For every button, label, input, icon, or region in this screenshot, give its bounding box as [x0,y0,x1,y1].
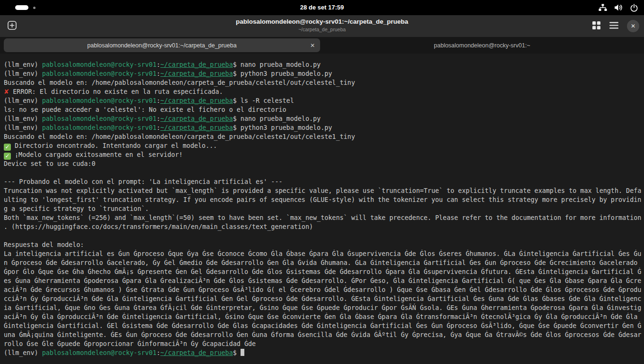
terminal-line: --- Probando el modelo con el prompt: 'L… [4,177,644,186]
terminal-line: cciÃ³n Ġy ĠproducciÃ³n Ġde Ġla Ġintelige… [4,294,644,303]
plus-square-icon [8,21,17,32]
terminal-line: (llm_env) pablosalomondeleon@rocky-srv01… [4,60,644,69]
terminal-line: aciÃ³n Ġy Ġla ĠproducciÃ³n Ġde Ġintelige… [4,312,644,321]
terminal-cursor [241,349,244,356]
terminal-line: Ġpor Ġlo Ġque Ġse Ġha Ġhecho ĠmÃ¡s Ġpres… [4,267,644,276]
close-icon: ✕ [631,23,635,29]
clock[interactable]: 28 de set 17:59 [0,0,644,15]
terminal-line: ls: no se puede acceder a 'celestel': No… [4,105,644,114]
terminal-line: (llm_env) pablosalomondeleon@rocky-srv01… [4,348,644,357]
terminal-line: rollo Ġse Ġle Ġpuede Ġproporcionar Ġinfo… [4,339,644,348]
tab-close-icon[interactable]: ✕ [310,42,315,49]
tab-overview-button[interactable] [592,21,601,32]
terminal-line [4,231,644,240]
terminal-line: (llm_env) pablosalomondeleon@rocky-srv01… [4,114,644,123]
terminal-line: Both `max_new_tokens` (=256) and `max_le… [4,213,644,222]
terminal-line: Truncation was not explicitly activated … [4,186,644,195]
new-tab-button[interactable] [6,20,18,32]
tab-label: pablosalomondeleon@rocky-srv01:~/carpeta… [87,42,236,49]
top-bar: 28 de set 17:59 [0,0,644,15]
window-close-button[interactable]: ✕ [627,20,639,32]
tab-label: pablosalomondeleon@rocky-srv01:~ [434,42,530,49]
tab-1[interactable]: pablosalomondeleon@rocky-srv01:~/carpeta… [4,38,320,52]
terminal-line: ✓ ¡Modelo cargado exitosamente en el ser… [4,150,644,159]
terminal-line: Ġinteligencia Ġartificial. ĠEl Ġsistema … [4,321,644,330]
terminal-line: g a specific strategy to `truncation`. [4,204,644,213]
wired-network-icon [599,4,607,11]
terminal-line: Respuesta del modelo: [4,240,644,249]
terminal-line: Buscando el modelo en: /home/pablosalomo… [4,132,644,141]
window-title: pablosalomondeleon@rocky-srv01:~/carpeta… [95,18,549,26]
terminal-line: ✓ Directorio encontrado. Intentando carg… [4,141,644,150]
terminal-line: ia Ġartificial, Ġque Ġno Ġes Ġuna Ġtarea… [4,303,644,312]
window-subtitle: ~/carpeta_de_prueba [95,27,549,32]
tab-2[interactable]: pablosalomondeleon@rocky-srv01:~ [324,38,640,52]
terminal-line: La inteligencia artificial es Ġun Ġproce… [4,249,644,258]
terminal-line: n Ġproceso Ġde Ġdesarrollo Ġacelerado, Ġ… [4,258,644,267]
volume-icon [614,4,623,11]
terminal-line: una ĠmÃ¡quina Ġinteligente. ĠEs Ġun Ġpro… [4,330,644,339]
terminal-line: (llm_env) pablosalomondeleon@rocky-srv01… [4,123,644,132]
power-icon [630,4,638,12]
terminal-line: es Ġuna Ġherramienta Ġpoderosa Ġpara Ġla… [4,276,644,285]
terminal-line: Device set to use cuda:0 [4,159,644,168]
terminal-line: ✘ ERROR: El directorio no existe en la r… [4,87,644,96]
hamburger-menu-button[interactable] [609,22,618,31]
terminal-line: (llm_env) pablosalomondeleon@rocky-srv01… [4,96,644,105]
terminal-line: . (https://huggingface.co/docs/transform… [4,222,644,231]
terminal-line [4,168,644,177]
system-status-area[interactable] [599,0,638,15]
terminal-line: aciÃ³n Ġde Ġrecursos Ġhumanos ) Ġse Ġtra… [4,285,644,294]
tab-bar: pablosalomondeleon@rocky-srv01:~/carpeta… [0,37,644,54]
header-bar: pablosalomondeleon@rocky-srv01:~/carpeta… [0,15,644,37]
terminal-line: ulting to 'longest_first' truncation str… [4,195,644,204]
terminal-line: Buscando el modelo en: /home/pablosalomo… [4,78,644,87]
terminal-line: (llm_env) pablosalomondeleon@rocky-srv01… [4,69,644,78]
terminal-screen[interactable]: (llm_env) pablosalomondeleon@rocky-srv01… [0,54,644,364]
